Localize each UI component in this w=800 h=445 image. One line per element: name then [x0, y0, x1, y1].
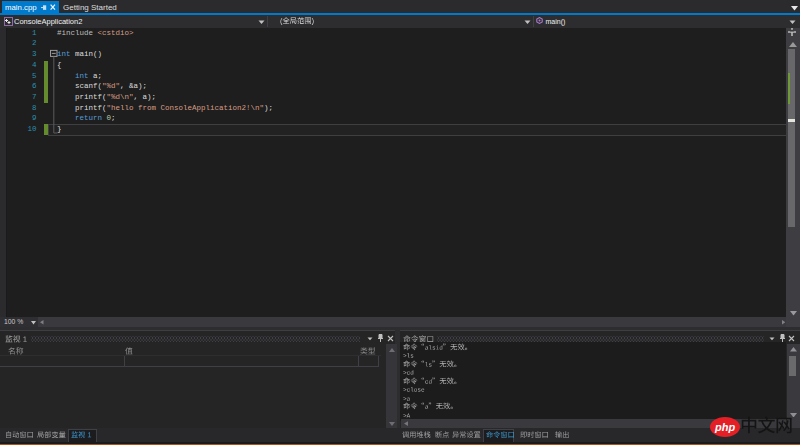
svg-text:php: php — [714, 421, 735, 433]
